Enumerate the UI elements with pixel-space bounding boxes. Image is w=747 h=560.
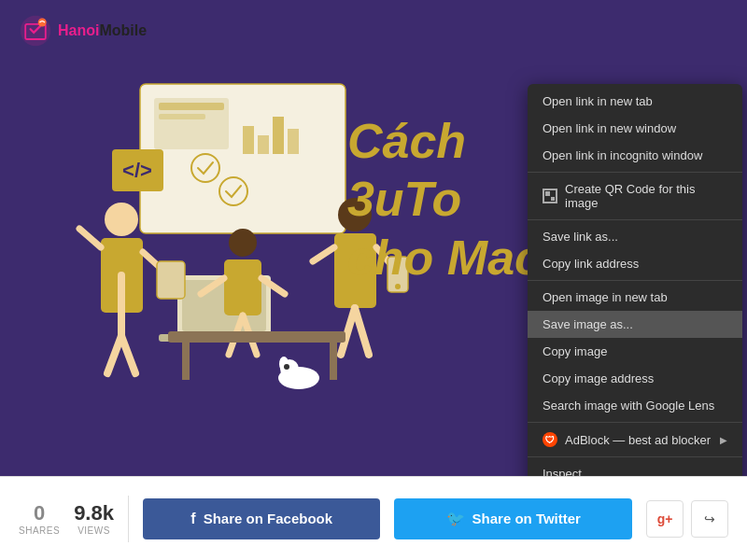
svg-rect-9: [273, 117, 284, 154]
menu-label: AdBlock — best ad blocker: [565, 433, 711, 447]
svg-rect-10: [288, 129, 299, 154]
svg-line-37: [313, 247, 334, 261]
svg-point-26: [229, 229, 257, 257]
menu-label: Copy image: [543, 344, 607, 358]
svg-line-35: [355, 308, 369, 355]
stats-divider: [128, 496, 129, 542]
menu-label: Open image in new tab: [543, 290, 668, 304]
logo-text: HanoiMobile: [58, 22, 147, 39]
menu-label: Create QR Code for this image: [565, 182, 727, 210]
svg-point-2: [38, 19, 47, 27]
submenu-arrow: ▶: [720, 435, 727, 445]
logo-area: HanoiMobile: [19, 14, 147, 48]
menu-label: Copy image address: [543, 371, 654, 385]
svg-rect-24: [157, 261, 185, 299]
heading-text: Cách 3uTo cho Mac: [347, 112, 542, 287]
menu-item-create-qr[interactable]: Create QR Code for this image: [528, 175, 742, 217]
svg-text:</>: </>: [122, 159, 152, 182]
share-extra-button[interactable]: ↪: [691, 500, 728, 538]
menu-label: Save link as...: [543, 230, 618, 244]
menu-item-open-incognito[interactable]: Open link in incognito window: [528, 142, 742, 169]
menu-item-search-google-lens[interactable]: Search image with Google Lens: [528, 392, 742, 419]
menu-item-copy-link[interactable]: Copy link address: [528, 250, 742, 277]
menu-item-open-new-window[interactable]: Open link in new window: [528, 115, 742, 142]
extra-social-buttons: g+ ↪: [646, 500, 728, 538]
main-content: HanoiMobile </>: [0, 0, 747, 476]
qr-icon: [543, 189, 557, 203]
svg-rect-5: [159, 103, 224, 110]
menu-label: Open link in new window: [543, 121, 676, 135]
adblock-icon: 🛡: [543, 432, 557, 447]
menu-divider-5: [528, 456, 742, 457]
svg-rect-42: [330, 343, 337, 380]
twitter-share-button[interactable]: 🐦 Share on Twitter: [394, 498, 632, 539]
logo-icon: [19, 14, 52, 48]
share-icon: ↪: [704, 511, 715, 526]
bottom-bar: 0 SHARES 9.8k VIEWS f Share on Facebook …: [0, 476, 747, 560]
menu-divider-1: [528, 172, 742, 173]
svg-point-46: [284, 364, 289, 370]
views-label: VIEWS: [78, 525, 110, 536]
svg-rect-8: [258, 135, 269, 154]
menu-label: Inspect: [543, 467, 582, 476]
menu-divider-4: [528, 422, 742, 423]
menu-divider-3: [528, 280, 742, 281]
menu-item-copy-image-address[interactable]: Copy image address: [528, 365, 742, 392]
shares-stats: 0 SHARES: [19, 501, 60, 536]
views-count: 9.8k: [74, 501, 114, 525]
svg-line-34: [341, 308, 355, 355]
menu-item-inspect[interactable]: Inspect: [528, 460, 742, 476]
shares-count: 0: [34, 501, 45, 525]
menu-item-copy-image[interactable]: Copy image: [528, 338, 742, 365]
google-plus-icon: g+: [657, 511, 673, 526]
facebook-btn-label: Share on Facebook: [204, 511, 332, 526]
svg-rect-27: [224, 259, 261, 315]
menu-item-save-image[interactable]: Save image as...: [528, 311, 742, 338]
menu-label: Open link in incognito window: [543, 148, 702, 162]
google-plus-button[interactable]: g+: [646, 500, 684, 538]
menu-item-open-image-tab[interactable]: Open image in new tab: [528, 284, 742, 311]
svg-rect-6: [159, 114, 205, 119]
twitter-btn-label: Share on Twitter: [472, 511, 581, 526]
context-menu: Open link in new tab Open link in new wi…: [528, 84, 742, 476]
svg-line-22: [121, 336, 135, 373]
twitter-icon: 🐦: [446, 510, 465, 527]
shares-label: SHARES: [19, 525, 60, 536]
svg-rect-40: [168, 331, 345, 343]
facebook-icon: f: [190, 511, 195, 527]
menu-item-adblock[interactable]: 🛡 AdBlock — best ad blocker ▶: [528, 426, 742, 454]
menu-item-open-new-tab[interactable]: Open link in new tab: [528, 88, 742, 115]
menu-label: Search image with Google Lens: [543, 399, 714, 413]
facebook-share-button[interactable]: f Share on Facebook: [143, 498, 381, 539]
svg-line-21: [107, 336, 121, 373]
svg-line-25: [79, 229, 101, 247]
menu-item-save-link[interactable]: Save link as...: [528, 223, 742, 250]
menu-label: Save image as...: [543, 317, 633, 331]
menu-label: Copy link address: [543, 257, 639, 271]
views-stats: 9.8k VIEWS: [74, 501, 114, 536]
menu-divider-2: [528, 219, 742, 220]
menu-label: Open link in new tab: [543, 94, 653, 108]
svg-rect-41: [182, 343, 190, 380]
svg-point-18: [105, 203, 138, 236]
svg-rect-7: [243, 126, 254, 154]
